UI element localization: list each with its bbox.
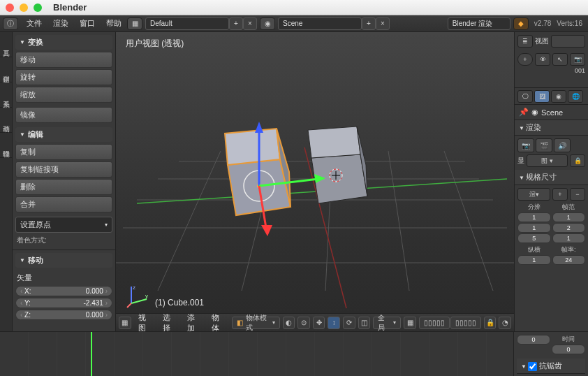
layout-selector[interactable]: Default (145, 17, 229, 30)
menu-help[interactable]: 帮助 (101, 18, 127, 29)
context-render-layers-icon[interactable]: 🖼 (534, 90, 550, 103)
manipulator-rotate-icon[interactable]: ⟳ (343, 317, 355, 329)
scene-add-button[interactable]: + (362, 17, 376, 30)
res-y-field[interactable]: 1 (517, 223, 551, 233)
render-section-head[interactable]: 渲染 (515, 120, 588, 136)
frame-step-field[interactable]: 1 (552, 233, 586, 243)
menu-object[interactable]: 物体 (207, 312, 229, 332)
pivot-point-icon[interactable]: ⊙ (297, 317, 310, 329)
tab-physics[interactable]: 物理 (0, 133, 12, 158)
menu-view[interactable]: 视图 (134, 312, 156, 332)
layers-icon[interactable]: ▦ (404, 317, 416, 329)
app-title: Blender (53, 2, 87, 13)
info-header: ⓘ 文件 渲染 窗口 帮助 ▦ Default + × ◉ Scene + × … (0, 15, 588, 32)
viewport-editor-type-icon[interactable]: ▦ (119, 317, 131, 329)
aspect-x-field[interactable]: 1 (517, 255, 551, 265)
scene-browse-icon[interactable]: ◉ (260, 17, 275, 30)
outliner-search[interactable] (551, 35, 585, 48)
scene-remove-button[interactable]: × (376, 17, 390, 30)
framerate-field[interactable]: 24 (552, 255, 586, 265)
res-x-field[interactable]: 1 (517, 212, 551, 222)
layout-remove-button[interactable]: × (243, 17, 257, 30)
scale-button[interactable]: 缩放 (15, 87, 112, 103)
axis-gizmo-icon: z y (127, 285, 149, 308)
proportional-edit-icon[interactable]: ◔ (499, 317, 511, 329)
frame-start-field[interactable]: 1 (552, 212, 586, 222)
window-maximize-button[interactable] (34, 3, 42, 12)
cursor-icon[interactable]: ↖ (552, 53, 568, 66)
outliner-editor-icon[interactable]: ≣ (517, 35, 533, 48)
menu-file[interactable]: 文件 (21, 18, 47, 29)
time-remap-old-field[interactable]: 0 (517, 335, 550, 345)
duplicate-button[interactable]: 复制 (15, 144, 112, 160)
menu-select[interactable]: 选择 (159, 312, 180, 332)
menu-add[interactable]: 添加 (183, 312, 205, 332)
tab-tools[interactable]: 工具 (0, 32, 12, 57)
layers-buttons-right[interactable]: ▯▯▯▯▯ (450, 317, 481, 329)
rotate-button[interactable]: 旋转 (15, 69, 112, 85)
menu-window[interactable]: 窗口 (74, 18, 101, 29)
preset-remove-button[interactable]: − (570, 188, 585, 201)
manipulator-toggle-icon[interactable]: ✥ (313, 317, 325, 329)
svg-line-8 (388, 151, 409, 291)
3d-viewport[interactable]: 用户视图 (透视) (116, 32, 514, 331)
svg-marker-16 (225, 129, 280, 165)
display-lock-icon[interactable]: 🔒 (570, 154, 585, 167)
manipulator-translate-icon[interactable]: ↕ (328, 317, 340, 329)
dimensions-section-head[interactable]: 规格尺寸 (515, 170, 588, 185)
render-animation-icon[interactable]: 🎬 (536, 138, 552, 152)
context-world-icon[interactable]: 🌐 (568, 90, 583, 103)
translate-x-field[interactable]: X:0.000 (15, 286, 112, 296)
transform-orientation-selector[interactable]: 全局 (373, 317, 401, 329)
set-origin-dropdown[interactable]: 设置原点 (15, 217, 112, 233)
join-button[interactable]: 合并 (15, 196, 112, 212)
display-mode-dropdown[interactable]: 图 ▾ (527, 154, 568, 167)
preset-add-button[interactable]: + (552, 188, 568, 201)
layout-add-button[interactable]: + (229, 17, 243, 30)
timeline-playhead[interactable] (91, 332, 92, 376)
panel-edit-head[interactable]: 编辑 (15, 127, 112, 142)
tab-relations[interactable]: 关系 (0, 82, 12, 108)
window-close-button[interactable] (6, 3, 14, 12)
editor-type-icon[interactable]: ⓘ (3, 17, 18, 30)
mirror-button[interactable]: 镜像 (15, 107, 112, 123)
frame-end-field[interactable]: 2 (552, 223, 586, 233)
lock-camera-icon[interactable]: 🔒 (484, 317, 497, 329)
menu-render[interactable]: 渲染 (47, 18, 74, 29)
eye-visibility-icon[interactable]: 👁 (535, 53, 550, 66)
delete-button[interactable]: 删除 (15, 179, 112, 195)
antialias-checkbox[interactable] (528, 362, 537, 371)
svg-line-32 (131, 299, 147, 303)
render-still-icon[interactable]: 📷 (517, 138, 534, 152)
camera-restrict-icon[interactable]: 📷 (570, 53, 585, 66)
tab-create[interactable]: 创建 (0, 57, 12, 82)
context-scene-icon[interactable]: ◉ (551, 90, 566, 103)
pin-icon[interactable]: 📌 (519, 108, 529, 117)
duplicate-linked-button[interactable]: 复制链接项 (15, 161, 112, 178)
context-render-icon[interactable]: 🖵 (517, 90, 533, 103)
res-percent-field[interactable]: 5 (517, 233, 551, 243)
outliner-view-label[interactable]: 视图 (535, 36, 549, 46)
manipulator-scale-icon[interactable]: ◫ (358, 317, 371, 329)
layers-buttons-left[interactable]: ▯▯▯▯▯ (419, 317, 450, 329)
time-remap-new-field[interactable]: 0 (552, 345, 585, 354)
tab-animation[interactable]: 动画 (0, 108, 12, 133)
viewport-shading-icon[interactable]: ◐ (283, 317, 295, 329)
operator-panel-head[interactable]: 移动 (15, 253, 112, 268)
cube-original[interactable] (308, 126, 367, 203)
timeline-track[interactable] (0, 332, 514, 376)
panel-transform-head[interactable]: 变换 (15, 35, 112, 50)
scene-selector[interactable]: Scene (278, 17, 362, 30)
render-audio-icon[interactable]: 🔊 (554, 138, 571, 152)
translate-z-field[interactable]: Z:0.000 (15, 310, 112, 320)
screen-layout-icon[interactable]: ▦ (127, 17, 142, 30)
render-preset-dropdown[interactable]: 渲 ▾ (517, 188, 550, 201)
aspect-label: 纵横 (517, 245, 551, 254)
translate-y-field[interactable]: Y:-2.431 (15, 298, 112, 308)
plus-button[interactable]: + (517, 53, 533, 66)
translate-button[interactable]: 移动 (15, 52, 112, 68)
window-minimize-button[interactable] (20, 3, 28, 12)
antialias-section-head[interactable]: 抗锯齿 (517, 359, 585, 374)
mode-selector[interactable]: ◧物体模式 (232, 317, 280, 329)
render-engine-selector[interactable]: Blender 渲染 (448, 17, 510, 30)
